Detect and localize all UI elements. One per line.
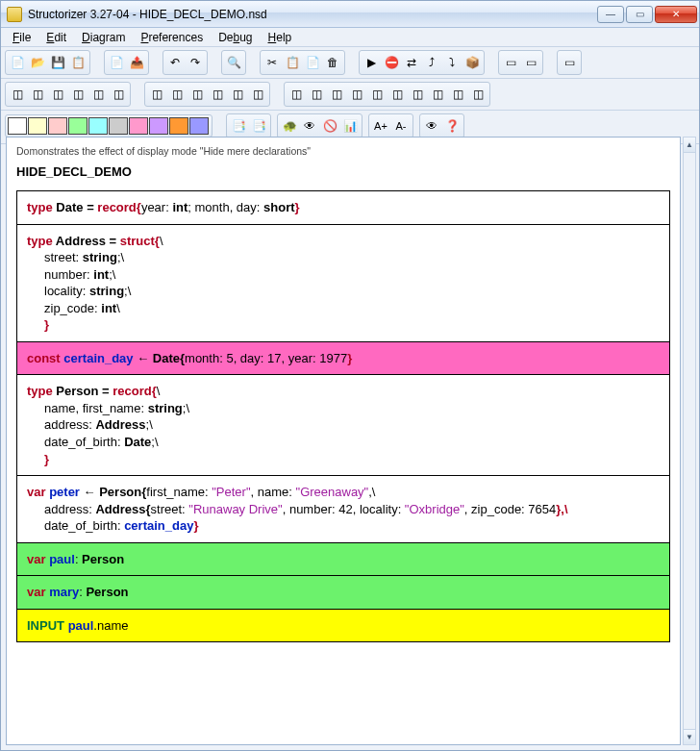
tb-group-file: 📄 📂 💾 📋 bbox=[5, 50, 90, 75]
struct-b4-icon[interactable]: ◫ bbox=[208, 85, 227, 104]
noentry-icon[interactable]: 🚫 bbox=[320, 116, 339, 136]
toolbar-row-2: ◫ ◫ ◫ ◫ ◫ ◫ ◫ ◫ ◫ ◫ ◫ ◫ ◫ ◫ ◫ ◫ ◫ ◫ ◫ ◫ … bbox=[1, 79, 699, 111]
menu-preferences[interactable]: Preferences bbox=[133, 29, 211, 46]
paste-icon[interactable]: 📄 bbox=[303, 53, 322, 72]
box-icon[interactable]: 📦 bbox=[462, 53, 482, 72]
menu-debug[interactable]: Debug bbox=[211, 29, 260, 46]
color-swatch-2[interactable] bbox=[48, 117, 67, 135]
tb-group-misc1: 📑 📑 bbox=[226, 113, 271, 138]
diagram-comment: Domonstrates the effect of display mode … bbox=[16, 145, 670, 157]
find-icon[interactable]: 🔍 bbox=[224, 53, 243, 72]
view3-icon[interactable]: ▭ bbox=[560, 53, 579, 72]
struct-c8-icon[interactable]: ◫ bbox=[428, 85, 447, 104]
struct-c3-icon[interactable]: ◫ bbox=[327, 85, 346, 104]
copy-icon[interactable]: 📋 bbox=[283, 53, 302, 72]
save-icon[interactable]: 💾 bbox=[48, 53, 67, 72]
color-swatch-5[interactable] bbox=[109, 117, 128, 135]
color-swatch-9[interactable] bbox=[189, 117, 209, 135]
scroll-up-icon[interactable]: ▲ bbox=[684, 138, 695, 153]
diagram-canvas[interactable]: Domonstrates the effect of display mode … bbox=[6, 137, 681, 745]
tb-group-misc2: 🐢 👁 🚫 📊 bbox=[277, 113, 362, 138]
menu-help[interactable]: Help bbox=[261, 29, 300, 46]
block-type-person[interactable]: type Person = record{\ name, first_name:… bbox=[17, 375, 669, 476]
struct-a6-icon[interactable]: ◫ bbox=[109, 85, 128, 104]
export-icon[interactable]: 📤 bbox=[127, 53, 146, 72]
struct-a3-icon[interactable]: ◫ bbox=[48, 85, 67, 104]
color-swatch-8[interactable] bbox=[169, 117, 188, 135]
struct-b5-icon[interactable]: ◫ bbox=[228, 85, 247, 104]
block-input-paul-name[interactable]: INPUT paul.name bbox=[17, 610, 669, 642]
maximize-button[interactable]: ▭ bbox=[626, 6, 653, 23]
redo-icon[interactable]: ↷ bbox=[186, 53, 205, 72]
tb-group-font: A+ A- bbox=[368, 113, 413, 138]
color-swatch-1[interactable] bbox=[28, 117, 47, 135]
scroll-down-icon[interactable]: ▼ bbox=[684, 729, 695, 744]
struct-c4-icon[interactable]: ◫ bbox=[347, 85, 366, 104]
new-icon[interactable]: 📄 bbox=[8, 53, 27, 72]
print-icon[interactable]: 📄 bbox=[107, 53, 126, 72]
struct-c10-icon[interactable]: ◫ bbox=[468, 85, 488, 104]
struct-a1-icon[interactable]: ◫ bbox=[8, 85, 27, 104]
struct-b3-icon[interactable]: ◫ bbox=[188, 85, 207, 104]
struct-a5-icon[interactable]: ◫ bbox=[88, 85, 108, 104]
window-title: Structorizer 3.27-04 - HIDE_DECL_DEMO.ns… bbox=[28, 8, 267, 21]
view1-icon[interactable]: ▭ bbox=[501, 53, 520, 72]
help-icon[interactable]: ❓ bbox=[442, 116, 462, 136]
preview-icon[interactable]: 👁 bbox=[422, 116, 441, 136]
tb-group-find: 🔍 bbox=[221, 50, 246, 75]
undo-icon[interactable]: ↶ bbox=[165, 53, 185, 72]
misc1-icon[interactable]: 📑 bbox=[229, 116, 248, 136]
block-type-address[interactable]: type Address = struct{\ street: string;\… bbox=[17, 225, 669, 342]
view2-icon[interactable]: ▭ bbox=[521, 53, 540, 72]
struct-c1-icon[interactable]: ◫ bbox=[287, 85, 306, 104]
vertical-scrollbar[interactable]: ▲ ▼ bbox=[683, 137, 696, 745]
minimize-button[interactable]: — bbox=[597, 6, 624, 23]
stop-icon[interactable]: ⛔ bbox=[382, 53, 401, 72]
saveall-icon[interactable]: 📋 bbox=[68, 53, 88, 72]
cut-icon[interactable]: ✂ bbox=[262, 53, 282, 72]
run-icon[interactable]: ▶ bbox=[362, 53, 381, 72]
struct-c6-icon[interactable]: ◫ bbox=[388, 85, 407, 104]
block-var-mary[interactable]: var mary: Person bbox=[17, 576, 669, 610]
eye-icon[interactable]: 👁 bbox=[300, 116, 319, 136]
diagram-name: HIDE_DECL_DEMO bbox=[16, 164, 670, 179]
struct-b2-icon[interactable]: ◫ bbox=[167, 85, 187, 104]
menu-bar: File Edit Diagram Preferences Debug Help bbox=[1, 28, 699, 47]
chart-icon[interactable]: 📊 bbox=[340, 116, 360, 136]
font-smaller-icon[interactable]: A- bbox=[391, 116, 411, 136]
tb-group-edit: ✂ 📋 📄 🗑 bbox=[260, 50, 345, 75]
tb-group-run: ▶ ⛔ ⇄ ⤴ ⤵ 📦 bbox=[359, 50, 485, 75]
tb-group-view2: ▭ bbox=[557, 50, 582, 75]
struct-b1-icon[interactable]: ◫ bbox=[147, 85, 166, 104]
color-swatch-0[interactable] bbox=[8, 117, 27, 135]
color-swatch-6[interactable] bbox=[129, 117, 148, 135]
font-bigger-icon[interactable]: A+ bbox=[371, 116, 390, 136]
struct-c5-icon[interactable]: ◫ bbox=[367, 85, 387, 104]
block-var-peter[interactable]: var peter ← Person{first_name: "Peter", … bbox=[17, 476, 669, 543]
struct-a2-icon[interactable]: ◫ bbox=[28, 85, 47, 104]
struct-a4-icon[interactable]: ◫ bbox=[68, 85, 88, 104]
delete-icon[interactable]: 🗑 bbox=[323, 53, 342, 72]
menu-file[interactable]: File bbox=[5, 29, 38, 46]
swap-icon[interactable]: ⇄ bbox=[402, 53, 421, 72]
color-swatch-7[interactable] bbox=[149, 117, 168, 135]
struct-b6-icon[interactable]: ◫ bbox=[248, 85, 267, 104]
toolbar-row-1: 📄 📂 💾 📋 📄 📤 ↶ ↷ 🔍 ✂ 📋 📄 🗑 ▶ ⛔ ⇄ ⤴ ⤵ 📦 ▭ … bbox=[1, 47, 699, 79]
color-swatch-4[interactable] bbox=[88, 117, 108, 135]
movedown-icon[interactable]: ⤵ bbox=[442, 53, 462, 72]
struct-c7-icon[interactable]: ◫ bbox=[408, 85, 427, 104]
block-type-date[interactable]: type Date = record{year: int; month, day… bbox=[17, 191, 669, 225]
tb-group-undo: ↶ ↷ bbox=[162, 50, 208, 75]
menu-diagram[interactable]: Diagram bbox=[74, 29, 133, 46]
block-const-certain-day[interactable]: const certain_day ← Date{month: 5, day: … bbox=[17, 342, 669, 376]
turtle-icon[interactable]: 🐢 bbox=[280, 116, 299, 136]
color-swatch-3[interactable] bbox=[68, 117, 88, 135]
close-button[interactable]: ✕ bbox=[655, 6, 697, 23]
menu-edit[interactable]: Edit bbox=[38, 29, 74, 46]
moveup-icon[interactable]: ⤴ bbox=[422, 53, 441, 72]
open-icon[interactable]: 📂 bbox=[28, 53, 47, 72]
misc2-icon[interactable]: 📑 bbox=[249, 116, 268, 136]
struct-c9-icon[interactable]: ◫ bbox=[448, 85, 467, 104]
block-var-paul[interactable]: var paul: Person bbox=[17, 543, 669, 577]
struct-c2-icon[interactable]: ◫ bbox=[307, 85, 326, 104]
